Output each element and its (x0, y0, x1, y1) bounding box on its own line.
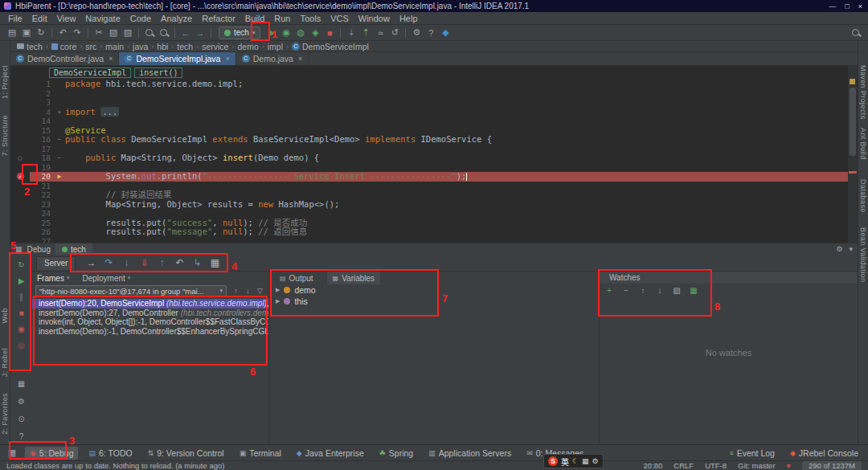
variable-this[interactable]: ▶this (269, 296, 599, 307)
debug-session-tab[interactable]: tech (55, 243, 92, 255)
fold-marker[interactable] (54, 209, 65, 219)
menu-vcs[interactable]: VCS (326, 14, 354, 23)
gutter-icon-area[interactable]: ✓ (10, 172, 30, 182)
gutter-icon-area[interactable] (10, 209, 30, 219)
help-icon[interactable]: ? (424, 27, 438, 39)
prev-frame-icon[interactable]: ↑ (231, 286, 241, 296)
code-line-4[interactable]: 4+import ... (10, 108, 848, 117)
add-watch-icon[interactable]: + (604, 284, 615, 296)
breadcrumb-item-src-2[interactable]: src (84, 42, 98, 51)
pin-icon[interactable]: ⊙ (14, 412, 28, 425)
find-icon[interactable] (142, 27, 157, 39)
toolwindow-button-j-rebel[interactable]: J: Rebel (1, 348, 9, 377)
tab-server[interactable]: Server (36, 256, 76, 270)
fold-marker[interactable] (54, 163, 65, 173)
filter-frames-icon[interactable]: ▽ (255, 286, 265, 296)
menu-run[interactable]: Run (269, 14, 295, 23)
vcs-branch-widget[interactable]: Git: master (738, 461, 775, 470)
menu-help[interactable]: Help (395, 14, 423, 23)
gutter-icon-area[interactable]: ○ (10, 153, 30, 163)
menu-refactor[interactable]: Refactor (197, 14, 240, 23)
sogou-logo-icon[interactable]: S (548, 456, 558, 466)
code-area[interactable]: 1package hbi.tech.service.demo.impl;234+… (10, 80, 848, 243)
toolwindow-button-spring[interactable]: ☘Spring (375, 447, 418, 460)
toolwindow-switcher-icon[interactable]: ▦ (5, 447, 19, 460)
rerun-icon[interactable]: ↻ (14, 258, 28, 271)
gutter-icon-area[interactable] (10, 227, 30, 237)
save-all-icon[interactable]: ▣ (19, 27, 34, 39)
code-line-26[interactable]: 26 results.put("message", null); // 返回信息 (10, 227, 848, 237)
forward-icon[interactable]: → (193, 27, 207, 39)
toolwindow-button-6-todo[interactable]: ▤6: TODO (84, 447, 137, 460)
thread-select[interactable]: "http-nio-8080-exec-10"@17,674 in group … (35, 285, 227, 296)
toolwindow-button-application-servers[interactable]: ▥Application Servers (424, 447, 516, 460)
settings-icon[interactable]: ⚙ (409, 27, 424, 39)
fold-marker[interactable] (54, 219, 65, 228)
editor-scrollbar[interactable] (848, 66, 858, 243)
toolwindow-button-7-structure[interactable]: 7: Structure (1, 115, 9, 156)
breadcrumb-item-tech-6[interactable]: tech (175, 42, 194, 51)
menu-file[interactable]: File (3, 14, 27, 23)
view-breakpoints-icon[interactable]: ◉ (14, 322, 28, 335)
step-into-icon[interactable]: ↓ (117, 255, 135, 270)
pause-icon[interactable]: ∥ (14, 290, 28, 303)
remove-watch-icon[interactable]: − (620, 284, 632, 296)
minimize-button[interactable]: — (829, 2, 836, 10)
vcs-diff-icon[interactable]: ≈ (373, 27, 387, 39)
run-icon[interactable]: ▶ (264, 27, 279, 39)
drop-frame-icon[interactable]: ↶ (170, 255, 188, 270)
debug-icon[interactable]: ◉ (279, 27, 293, 39)
stack-frame-1[interactable]: insertDemo(Demo):27, DemoController (hbi… (32, 309, 268, 318)
fold-marker[interactable]: − (54, 153, 65, 163)
settings-icon[interactable]: ⚙ (836, 245, 842, 253)
scrollbar-thumb[interactable] (850, 88, 856, 156)
toolwindow-button-5-debug[interactable]: ◉5: Debug (25, 447, 78, 460)
close-icon[interactable]: × (108, 55, 113, 63)
gutter-icon-area[interactable] (10, 200, 30, 210)
next-frame-icon[interactable]: ↓ (243, 286, 253, 296)
override-marker-icon[interactable]: ○ (18, 153, 23, 163)
fold-marker[interactable]: + (54, 108, 65, 117)
encoding-widget[interactable]: UTF-8 (705, 461, 727, 470)
fold-marker[interactable] (54, 190, 65, 200)
copy-icon[interactable]: ▧ (106, 27, 121, 39)
gutter-icon-area[interactable] (10, 135, 30, 145)
fold-marker[interactable] (54, 182, 65, 191)
ime-language-mode[interactable]: 英 (561, 456, 569, 468)
hide-icon[interactable]: ▾ (849, 245, 853, 253)
breadcrumb-item-demoserviceimpl-10[interactable]: CDemoServiceImpl (290, 42, 371, 51)
evaluate-icon[interactable]: ▦ (688, 284, 699, 296)
restore-layout-icon[interactable]: ▦ (14, 377, 28, 390)
fold-marker[interactable] (54, 145, 65, 154)
tab-demoserviceimpl-java[interactable]: CDemoServiceImpl.java× (119, 52, 235, 65)
gutter-icon-area[interactable] (10, 126, 30, 136)
breadcrumb-item-java-4[interactable]: java (131, 42, 149, 51)
variable-demo[interactable]: ▶demo (269, 284, 599, 296)
resume-icon[interactable]: ▶ (14, 274, 28, 287)
tab-democontroller-java[interactable]: CDemoController.java× (10, 52, 119, 65)
menu-window[interactable]: Window (354, 14, 395, 23)
toolwindow-button-1-project[interactable]: 1: Project (1, 65, 9, 99)
step-out-icon[interactable]: ↑ (153, 255, 170, 270)
memory-indicator[interactable]: 290 of 1237M (802, 461, 862, 470)
expand-arrow-icon[interactable]: ▶ (276, 298, 280, 304)
cut-icon[interactable]: ✂ (92, 27, 106, 39)
back-icon[interactable]: ← (178, 27, 193, 39)
breakpoint-icon[interactable]: ✓ (17, 173, 24, 180)
menu-edit[interactable]: Edit (27, 14, 52, 23)
close-icon[interactable]: × (298, 55, 302, 63)
open-icon[interactable]: ▤ (5, 27, 19, 39)
toolwindow-button-terminal[interactable]: ▣Terminal (235, 447, 286, 460)
stack-frame-0[interactable]: insert(Demo):20, DemoServiceImpl (hbi.te… (32, 299, 268, 309)
gutter-icon-area[interactable] (10, 89, 30, 99)
toolwindow-button-2-favorites[interactable]: 2: Favorites (1, 393, 9, 435)
toolwindow-button-database[interactable]: Database (859, 179, 867, 213)
run-to-cursor-icon[interactable]: ↳ (188, 255, 206, 270)
profiler-icon[interactable]: ◈ (308, 27, 322, 39)
gutter-icon-area[interactable] (10, 145, 30, 154)
code-line-20[interactable]: ✓20▶ System.out.println("---------------… (10, 172, 848, 182)
move-up-icon[interactable]: ↑ (637, 284, 649, 296)
gutter-icon-area[interactable] (10, 108, 30, 117)
tab-demo-java[interactable]: CDemo.java× (236, 52, 309, 65)
fold-marker[interactable] (54, 80, 65, 89)
